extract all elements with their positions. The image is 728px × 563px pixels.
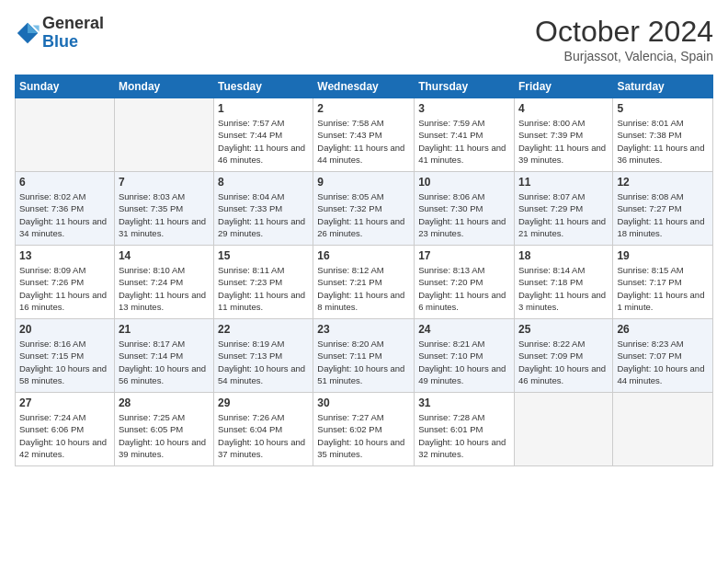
page: General Blue October 2024 Burjassot, Val…	[0, 0, 728, 563]
day-number: 3	[418, 102, 510, 115]
day-cell: 28Sunrise: 7:25 AM Sunset: 6:05 PM Dayli…	[114, 393, 213, 466]
day-number: 24	[418, 323, 510, 336]
day-cell	[613, 393, 713, 466]
day-info: Sunrise: 7:24 AM Sunset: 6:06 PM Dayligh…	[19, 411, 110, 460]
calendar-body: 1Sunrise: 7:57 AM Sunset: 7:44 PM Daylig…	[16, 98, 713, 466]
day-number: 20	[19, 323, 110, 336]
logo-icon	[15, 20, 40, 46]
day-info: Sunrise: 8:08 AM Sunset: 7:27 PM Dayligh…	[617, 190, 709, 239]
col-thursday: Thursday	[415, 75, 515, 98]
day-info: Sunrise: 8:13 AM Sunset: 7:20 PM Dayligh…	[418, 264, 510, 313]
day-cell: 8Sunrise: 8:04 AM Sunset: 7:33 PM Daylig…	[214, 172, 313, 246]
day-info: Sunrise: 8:10 AM Sunset: 7:24 PM Dayligh…	[119, 264, 210, 313]
logo-text: General Blue	[42, 15, 104, 52]
day-info: Sunrise: 8:05 AM Sunset: 7:32 PM Dayligh…	[317, 190, 410, 239]
day-cell: 24Sunrise: 8:21 AM Sunset: 7:10 PM Dayli…	[415, 319, 515, 393]
day-cell: 22Sunrise: 8:19 AM Sunset: 7:13 PM Dayli…	[214, 319, 313, 393]
day-info: Sunrise: 8:17 AM Sunset: 7:14 PM Dayligh…	[119, 338, 210, 386]
day-info: Sunrise: 8:06 AM Sunset: 7:30 PM Dayligh…	[418, 190, 510, 239]
day-info: Sunrise: 8:15 AM Sunset: 7:17 PM Dayligh…	[617, 264, 709, 313]
week-row-3: 13Sunrise: 8:09 AM Sunset: 7:26 PM Dayli…	[16, 246, 713, 319]
day-info: Sunrise: 8:07 AM Sunset: 7:29 PM Dayligh…	[518, 190, 609, 239]
logo: General Blue	[15, 15, 104, 52]
day-cell: 3Sunrise: 7:59 AM Sunset: 7:41 PM Daylig…	[415, 98, 515, 172]
day-number: 11	[518, 176, 609, 189]
col-friday: Friday	[514, 75, 612, 98]
day-info: Sunrise: 8:19 AM Sunset: 7:13 PM Dayligh…	[218, 338, 309, 386]
day-number: 14	[119, 249, 210, 262]
day-info: Sunrise: 8:23 AM Sunset: 7:07 PM Dayligh…	[617, 338, 709, 386]
day-number: 8	[218, 176, 309, 189]
day-cell: 23Sunrise: 8:20 AM Sunset: 7:11 PM Dayli…	[313, 319, 415, 393]
day-cell	[114, 98, 213, 172]
calendar: Sunday Monday Tuesday Wednesday Thursday…	[15, 75, 713, 466]
col-saturday: Saturday	[613, 75, 713, 98]
month-title: October 2024	[535, 15, 713, 49]
day-cell: 17Sunrise: 8:13 AM Sunset: 7:20 PM Dayli…	[415, 246, 515, 319]
col-sunday: Sunday	[16, 75, 115, 98]
week-row-2: 6Sunrise: 8:02 AM Sunset: 7:36 PM Daylig…	[16, 172, 713, 246]
day-number: 13	[19, 249, 110, 262]
col-tuesday: Tuesday	[214, 75, 313, 98]
day-cell: 13Sunrise: 8:09 AM Sunset: 7:26 PM Dayli…	[16, 246, 115, 319]
day-number: 1	[218, 102, 309, 115]
day-info: Sunrise: 8:16 AM Sunset: 7:15 PM Dayligh…	[19, 338, 110, 386]
day-number: 29	[218, 396, 309, 409]
day-info: Sunrise: 7:57 AM Sunset: 7:44 PM Dayligh…	[218, 117, 309, 166]
header: General Blue October 2024 Burjassot, Val…	[15, 15, 713, 63]
day-cell: 5Sunrise: 8:01 AM Sunset: 7:38 PM Daylig…	[613, 98, 713, 172]
day-cell: 21Sunrise: 8:17 AM Sunset: 7:14 PM Dayli…	[114, 319, 213, 393]
day-number: 28	[119, 396, 210, 409]
day-cell: 6Sunrise: 8:02 AM Sunset: 7:36 PM Daylig…	[16, 172, 115, 246]
calendar-header: Sunday Monday Tuesday Wednesday Thursday…	[16, 75, 713, 98]
day-info: Sunrise: 8:09 AM Sunset: 7:26 PM Dayligh…	[19, 264, 110, 313]
day-number: 4	[518, 102, 609, 115]
day-info: Sunrise: 8:01 AM Sunset: 7:38 PM Dayligh…	[617, 117, 709, 166]
day-info: Sunrise: 8:04 AM Sunset: 7:33 PM Dayligh…	[218, 190, 309, 239]
day-info: Sunrise: 8:12 AM Sunset: 7:21 PM Dayligh…	[317, 264, 410, 313]
day-info: Sunrise: 8:21 AM Sunset: 7:10 PM Dayligh…	[418, 338, 510, 386]
day-number: 5	[617, 102, 709, 115]
day-cell: 31Sunrise: 7:28 AM Sunset: 6:01 PM Dayli…	[415, 393, 515, 466]
col-wednesday: Wednesday	[313, 75, 415, 98]
day-cell: 2Sunrise: 7:58 AM Sunset: 7:43 PM Daylig…	[313, 98, 415, 172]
day-cell: 15Sunrise: 8:11 AM Sunset: 7:23 PM Dayli…	[214, 246, 313, 319]
day-info: Sunrise: 8:00 AM Sunset: 7:39 PM Dayligh…	[518, 117, 609, 166]
day-number: 30	[317, 396, 410, 409]
day-cell: 27Sunrise: 7:24 AM Sunset: 6:06 PM Dayli…	[16, 393, 115, 466]
day-number: 31	[418, 396, 510, 409]
week-row-5: 27Sunrise: 7:24 AM Sunset: 6:06 PM Dayli…	[16, 393, 713, 466]
day-cell: 14Sunrise: 8:10 AM Sunset: 7:24 PM Dayli…	[114, 246, 213, 319]
day-number: 19	[617, 249, 709, 262]
day-number: 27	[19, 396, 110, 409]
day-number: 2	[317, 102, 410, 115]
location: Burjassot, Valencia, Spain	[535, 49, 713, 63]
day-info: Sunrise: 7:59 AM Sunset: 7:41 PM Dayligh…	[418, 117, 510, 166]
day-info: Sunrise: 8:02 AM Sunset: 7:36 PM Dayligh…	[19, 190, 110, 239]
day-cell: 1Sunrise: 7:57 AM Sunset: 7:44 PM Daylig…	[214, 98, 313, 172]
day-number: 7	[119, 176, 210, 189]
day-info: Sunrise: 8:22 AM Sunset: 7:09 PM Dayligh…	[518, 338, 609, 386]
week-row-1: 1Sunrise: 7:57 AM Sunset: 7:44 PM Daylig…	[16, 98, 713, 172]
day-info: Sunrise: 8:03 AM Sunset: 7:35 PM Dayligh…	[119, 190, 210, 239]
day-cell	[514, 393, 612, 466]
day-cell: 9Sunrise: 8:05 AM Sunset: 7:32 PM Daylig…	[313, 172, 415, 246]
day-cell: 19Sunrise: 8:15 AM Sunset: 7:17 PM Dayli…	[613, 246, 713, 319]
day-info: Sunrise: 7:28 AM Sunset: 6:01 PM Dayligh…	[418, 411, 510, 460]
day-number: 26	[617, 323, 709, 336]
weekday-row: Sunday Monday Tuesday Wednesday Thursday…	[16, 75, 713, 98]
day-number: 22	[218, 323, 309, 336]
day-number: 12	[617, 176, 709, 189]
day-number: 16	[317, 249, 410, 262]
day-cell: 10Sunrise: 8:06 AM Sunset: 7:30 PM Dayli…	[415, 172, 515, 246]
day-number: 21	[119, 323, 210, 336]
day-number: 10	[418, 176, 510, 189]
day-cell: 20Sunrise: 8:16 AM Sunset: 7:15 PM Dayli…	[16, 319, 115, 393]
day-cell: 18Sunrise: 8:14 AM Sunset: 7:18 PM Dayli…	[514, 246, 612, 319]
day-cell	[16, 98, 115, 172]
day-info: Sunrise: 8:11 AM Sunset: 7:23 PM Dayligh…	[218, 264, 309, 313]
day-number: 18	[518, 249, 609, 262]
day-number: 6	[19, 176, 110, 189]
day-cell: 26Sunrise: 8:23 AM Sunset: 7:07 PM Dayli…	[613, 319, 713, 393]
day-number: 9	[317, 176, 410, 189]
